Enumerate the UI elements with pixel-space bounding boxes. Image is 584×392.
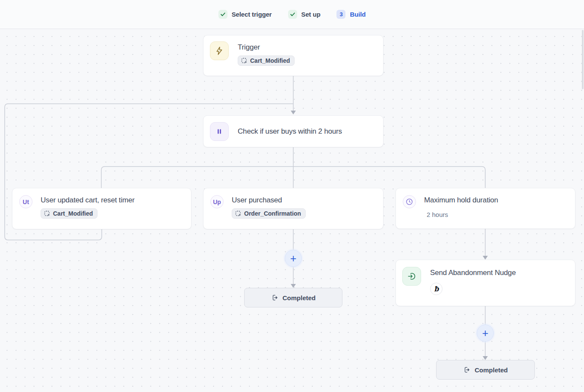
event-tag: Order_Confirmation [232, 208, 306, 219]
node-max-hold-duration[interactable]: Maximum hold duration 2 hours [395, 188, 575, 229]
check-icon [218, 10, 227, 19]
event-tag-label: Order_Confirmation [244, 210, 301, 217]
selector-icon [235, 211, 242, 217]
exit-icon [463, 366, 471, 374]
plus-icon: + [482, 328, 489, 339]
node-title: Trigger [238, 43, 295, 52]
node-user-purchased[interactable]: Up User purchased Order_Confirmation [203, 188, 383, 229]
lightning-icon [210, 41, 229, 60]
event-tag-label: Cart_Modified [53, 210, 93, 217]
event-tag-label: Cart_Modified [250, 57, 290, 64]
node-title: Check if user buys within 2 hours [238, 127, 342, 136]
node-title: User updated cart, reset timer [41, 196, 135, 205]
node-title: User purchased [232, 196, 306, 205]
completed-node-nudge-path[interactable]: Completed [436, 360, 535, 380]
step-label: Set up [301, 11, 321, 18]
terminal-label: Completed [283, 294, 316, 301]
node-subtitle: 2 hours [427, 211, 498, 218]
check-icon [288, 10, 297, 19]
exit-icon [271, 294, 279, 301]
event-tag: Cart_Modified [41, 208, 97, 219]
plus-icon: + [290, 253, 297, 264]
node-title: Send Abandonment Nudge [430, 269, 516, 277]
event-tag: Cart_Modified [238, 56, 295, 66]
node-send-abandonment-nudge[interactable]: Send Abandonment Nudge ƀ [395, 260, 575, 306]
selector-icon [241, 58, 248, 64]
add-step-button-nudge-path[interactable]: + [477, 325, 494, 342]
workflow-builder-app: Select trigger Set up 3 Build [0, 0, 584, 392]
step-label: Build [350, 11, 366, 18]
enter-action-icon [402, 267, 421, 286]
terminal-label: Completed [475, 366, 508, 374]
node-hold-check[interactable]: Check if user buys within 2 hours [203, 115, 383, 147]
step-number-badge: 3 [336, 10, 345, 19]
clock-icon [403, 195, 416, 208]
add-step-button-purchase-path[interactable]: + [285, 250, 302, 267]
wizard-steps-bar: Select trigger Set up 3 Build [0, 0, 584, 29]
node-title: Maximum hold duration [424, 196, 498, 205]
braze-brand-icon: ƀ [430, 283, 442, 295]
workflow-canvas[interactable]: Trigger Cart_Modified Check if user buys… [0, 29, 584, 392]
pause-icon [210, 122, 229, 141]
branch-badge-ut: Ut [19, 195, 32, 208]
step-select-trigger[interactable]: Select trigger [218, 10, 272, 19]
vertical-scrollbar-thumb[interactable] [582, 30, 584, 89]
completed-node-purchase-path[interactable]: Completed [244, 288, 342, 307]
branch-badge-up: Up [210, 195, 224, 208]
step-set-up[interactable]: Set up [288, 10, 321, 19]
node-trigger[interactable]: Trigger Cart_Modified [203, 35, 383, 76]
step-label: Select trigger [232, 11, 272, 18]
node-user-updated-cart[interactable]: Ut User updated cart, reset timer Cart_M… [12, 188, 192, 229]
selector-icon [44, 211, 50, 217]
step-build[interactable]: 3 Build [336, 10, 366, 19]
